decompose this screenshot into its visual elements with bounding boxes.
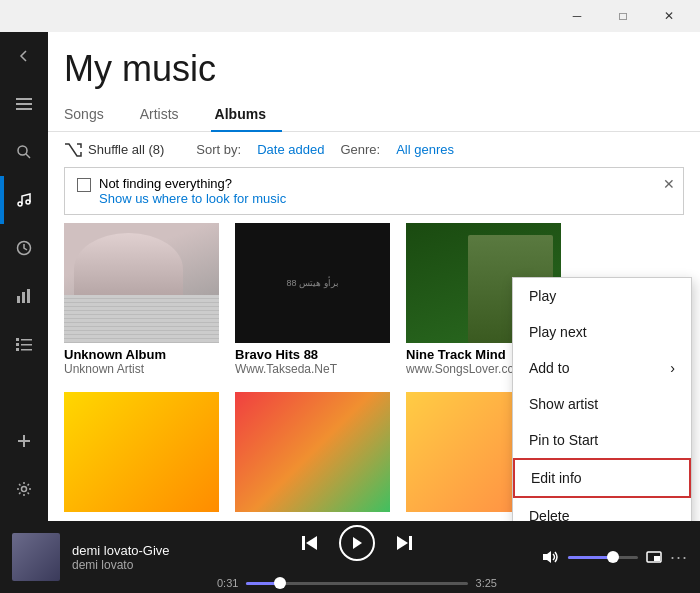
svg-marker-21: [306, 536, 317, 550]
svg-rect-9: [22, 292, 25, 303]
tabs: Songs Artists Albums: [48, 98, 700, 132]
svg-rect-2: [16, 108, 32, 110]
close-button[interactable]: ✕: [646, 0, 692, 32]
add-icon[interactable]: [0, 417, 48, 465]
notice-bar: Not finding everything? Show us where to…: [64, 167, 684, 215]
svg-rect-27: [654, 556, 660, 561]
svg-rect-11: [16, 338, 19, 341]
play-pause-button[interactable]: [339, 525, 375, 561]
search-icon[interactable]: [0, 128, 48, 176]
tab-artists[interactable]: Artists: [136, 98, 195, 132]
player-buttons: [301, 525, 413, 561]
content-area: My music Songs Artists Albums Shuffle al…: [48, 32, 700, 521]
context-item-add-to[interactable]: Add to ›: [513, 350, 691, 386]
svg-marker-25: [543, 551, 551, 563]
album-thumb: ‫برأو هيتس 88‬: [235, 223, 390, 343]
page-title: My music: [64, 48, 684, 90]
svg-rect-23: [409, 536, 412, 550]
player-info: demi lovato-Give demi lovato: [72, 543, 172, 572]
player-artist-name: demi lovato: [72, 558, 172, 572]
notice-content: Not finding everything? Show us where to…: [99, 176, 286, 206]
context-item-play[interactable]: Play: [513, 278, 691, 314]
svg-rect-1: [16, 103, 32, 105]
album-title: Bravo Hits 88: [235, 347, 390, 362]
list-icon[interactable]: [0, 320, 48, 368]
album-item[interactable]: [235, 392, 390, 512]
toolbar: Shuffle all (8) Sort by: Date added Genr…: [48, 132, 700, 167]
notice-checkbox[interactable]: [77, 178, 91, 192]
volume-track[interactable]: [568, 556, 638, 559]
volume-icon[interactable]: [542, 550, 560, 564]
context-item-pin-to-start[interactable]: Pin to Start: [513, 422, 691, 458]
player-controls: 0:31 3:25: [184, 525, 530, 589]
genre-label: Genre:: [340, 142, 380, 157]
progress-handle[interactable]: [274, 577, 286, 589]
main-layout: My music Songs Artists Albums Shuffle al…: [0, 32, 700, 521]
album-thumb: [64, 223, 219, 343]
music-icon[interactable]: [0, 176, 48, 224]
svg-rect-0: [16, 98, 32, 100]
recent-icon[interactable]: [0, 224, 48, 272]
mini-player-button[interactable]: [646, 551, 662, 563]
album-thumb: [235, 392, 390, 512]
chart-icon[interactable]: [0, 272, 48, 320]
menu-icon[interactable]: [0, 80, 48, 128]
genre-value[interactable]: All genres: [396, 142, 454, 157]
album-item[interactable]: I... ...music: [64, 392, 219, 512]
sort-value[interactable]: Date added: [257, 142, 324, 157]
maximize-button[interactable]: □: [600, 0, 646, 32]
tab-songs[interactable]: Songs: [64, 98, 120, 132]
svg-point-19: [22, 487, 27, 492]
player-total-time: 3:25: [476, 577, 497, 589]
album-artist: Www.Takseda.NeT: [235, 362, 390, 376]
svg-line-4: [26, 154, 30, 158]
context-item-delete[interactable]: Delete: [513, 498, 691, 521]
svg-marker-22: [353, 537, 362, 549]
context-item-edit-info[interactable]: Edit info: [513, 458, 691, 498]
titlebar: ─ □ ✕: [0, 0, 700, 32]
shuffle-button[interactable]: Shuffle all (8): [64, 142, 164, 157]
svg-point-5: [18, 202, 22, 206]
progress-track[interactable]: [246, 582, 467, 585]
shuffle-label: Shuffle all (8): [88, 142, 164, 157]
svg-rect-8: [17, 296, 20, 303]
svg-rect-12: [21, 339, 32, 341]
player-right-controls: ···: [542, 547, 688, 568]
arrow-icon: ›: [670, 360, 675, 376]
more-options-button[interactable]: ···: [670, 547, 688, 568]
skip-forward-button[interactable]: [395, 534, 413, 552]
album-title: Unknown Album: [64, 347, 219, 362]
context-item-play-next[interactable]: Play next: [513, 314, 691, 350]
svg-rect-16: [21, 349, 32, 351]
context-item-show-artist[interactable]: Show artist: [513, 386, 691, 422]
player-album-art: [12, 533, 60, 581]
skip-back-button[interactable]: [301, 534, 319, 552]
svg-rect-13: [16, 343, 19, 346]
sidebar: [0, 32, 48, 521]
notice-text: Not finding everything?: [99, 176, 286, 191]
context-menu: Play Play next Add to › Show artist Pin …: [512, 277, 692, 521]
album-item[interactable]: Unknown Album Unknown Artist: [64, 223, 219, 376]
player-current-time: 0:31: [217, 577, 238, 589]
svg-rect-10: [27, 289, 30, 303]
album-item[interactable]: ‫برأو هيتس 88‬ Bravo Hits 88 Www.Takseda…: [235, 223, 390, 376]
svg-marker-24: [397, 536, 408, 550]
back-button[interactable]: [0, 32, 48, 80]
settings-icon[interactable]: [0, 465, 48, 513]
album-thumb: [64, 392, 219, 512]
svg-point-6: [26, 200, 30, 204]
svg-rect-20: [302, 536, 305, 550]
player-song-title: demi lovato-Give: [72, 543, 172, 558]
notice-link[interactable]: Show us where to look for music: [99, 191, 286, 206]
volume-handle[interactable]: [607, 551, 619, 563]
tab-albums[interactable]: Albums: [211, 98, 282, 132]
player-bar: demi lovato-Give demi lovato 0:31 3:25: [0, 521, 700, 593]
page-header: My music: [48, 32, 700, 98]
svg-point-3: [18, 146, 27, 155]
sort-label: Sort by:: [196, 142, 241, 157]
album-artist: Unknown Artist: [64, 362, 219, 376]
notice-close-button[interactable]: ✕: [663, 176, 675, 192]
svg-rect-15: [16, 348, 19, 351]
minimize-button[interactable]: ─: [554, 0, 600, 32]
svg-rect-14: [21, 344, 32, 346]
